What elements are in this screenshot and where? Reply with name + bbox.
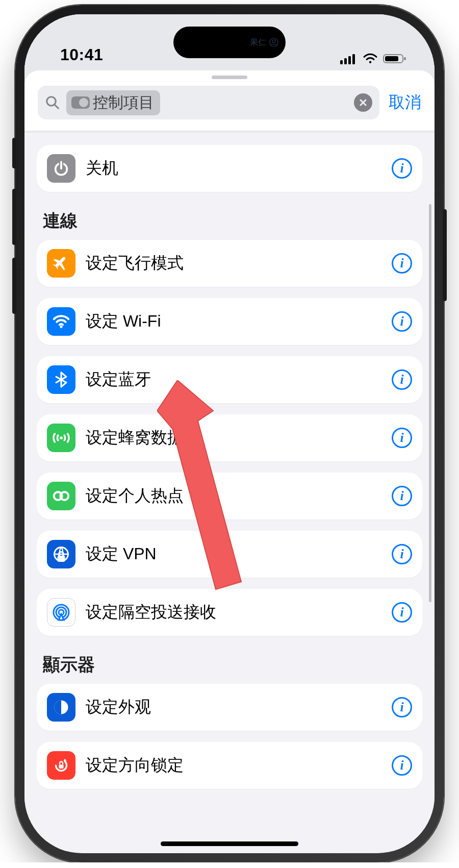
row-appearance[interactable]: 设定外观 i [37, 684, 422, 731]
iphone-frame: 果仁 10:41 [15, 5, 444, 862]
section-title-connectivity: 連線 [43, 209, 416, 233]
svg-point-1 [272, 40, 275, 43]
hotspot-icon [47, 482, 75, 510]
svg-point-17 [60, 326, 62, 328]
row-label: 设定 VPN [86, 543, 381, 565]
search-icon [45, 95, 60, 110]
row-rotation-lock[interactable]: 设定方向锁定 i [37, 742, 422, 789]
row-label: 设定个人热点 [86, 485, 381, 507]
svg-rect-3 [344, 58, 347, 64]
info-icon[interactable]: i [392, 697, 412, 717]
info-icon[interactable]: i [392, 253, 412, 274]
svg-rect-22 [58, 556, 65, 562]
vpn-icon [47, 540, 75, 568]
side-button [12, 138, 16, 168]
cellular-icon [47, 424, 75, 452]
row-label: 设定蜂窝数据 [86, 427, 381, 449]
wifi-status-icon [363, 53, 378, 64]
info-icon[interactable]: i [392, 311, 412, 332]
cancel-button[interactable]: 取消 [389, 91, 421, 114]
search-bar-row: 控制項目 取消 [24, 70, 435, 131]
info-icon[interactable]: i [392, 602, 412, 623]
info-icon[interactable]: i [392, 369, 412, 390]
svg-point-18 [60, 436, 63, 439]
island-content: 果仁 [250, 37, 278, 48]
airdrop-icon [47, 598, 75, 627]
svg-rect-2 [340, 60, 343, 64]
content-scroll[interactable]: 关机 i 連線 设定飞行模式 i 设定 Wi-Fi i [24, 133, 435, 851]
info-icon[interactable]: i [392, 486, 412, 506]
volume-up-button [12, 189, 16, 245]
power-side-button [443, 209, 447, 301]
island-text: 果仁 [250, 37, 266, 48]
svg-rect-27 [59, 765, 64, 769]
row-label: 设定 Wi-Fi [86, 310, 381, 333]
volume-down-button [12, 258, 16, 314]
row-airdrop[interactable]: 设定隔空投送接收 i [37, 589, 422, 636]
row-shutdown[interactable]: 关机 i [37, 145, 422, 192]
close-icon [359, 98, 368, 107]
svg-rect-8 [404, 57, 406, 60]
control-toggle-icon [71, 96, 90, 109]
bluetooth-icon [47, 365, 75, 394]
screen: 果仁 10:41 [24, 14, 435, 853]
svg-rect-7 [385, 56, 398, 61]
row-label: 设定飞行模式 [86, 252, 381, 275]
search-field[interactable]: 控制項目 [38, 86, 379, 119]
search-token[interactable]: 控制項目 [66, 90, 160, 115]
user-icon [269, 38, 278, 47]
row-vpn[interactable]: 设定 VPN i [37, 531, 422, 578]
appearance-icon [47, 693, 75, 722]
status-icons [340, 53, 406, 64]
row-label: 设定方向锁定 [86, 754, 381, 777]
info-icon[interactable]: i [392, 755, 412, 776]
battery-icon [383, 53, 406, 64]
cellular-signal-icon [340, 53, 358, 64]
info-icon[interactable]: i [392, 158, 412, 179]
svg-line-10 [55, 105, 59, 109]
row-wifi[interactable]: 设定 Wi-Fi i [37, 298, 422, 345]
row-label: 关机 [86, 157, 381, 180]
svg-rect-4 [348, 56, 351, 64]
row-hotspot[interactable]: 设定个人热点 i [37, 473, 422, 519]
status-time: 10:41 [60, 45, 103, 64]
row-bluetooth[interactable]: 设定蓝牙 i [37, 356, 422, 403]
search-token-text: 控制項目 [93, 92, 154, 113]
row-airplane-mode[interactable]: 设定飞行模式 i [37, 240, 422, 287]
info-icon[interactable]: i [392, 428, 412, 448]
row-label: 设定外观 [86, 696, 381, 718]
row-label: 设定隔空投送接收 [86, 601, 381, 624]
rotation-lock-icon [47, 751, 75, 780]
row-label: 设定蓝牙 [86, 368, 381, 391]
info-icon[interactable]: i [392, 544, 412, 564]
power-icon [47, 154, 75, 183]
home-indicator[interactable] [161, 841, 298, 846]
svg-rect-5 [352, 54, 355, 64]
scrollbar[interactable] [429, 204, 431, 602]
wifi-icon [47, 307, 75, 336]
section-title-display: 顯示器 [43, 653, 416, 677]
row-cellular[interactable]: 设定蜂窝数据 i [37, 414, 422, 461]
dynamic-island: 果仁 [173, 27, 286, 58]
airplane-icon [47, 249, 75, 278]
clear-search-button[interactable] [354, 93, 372, 112]
